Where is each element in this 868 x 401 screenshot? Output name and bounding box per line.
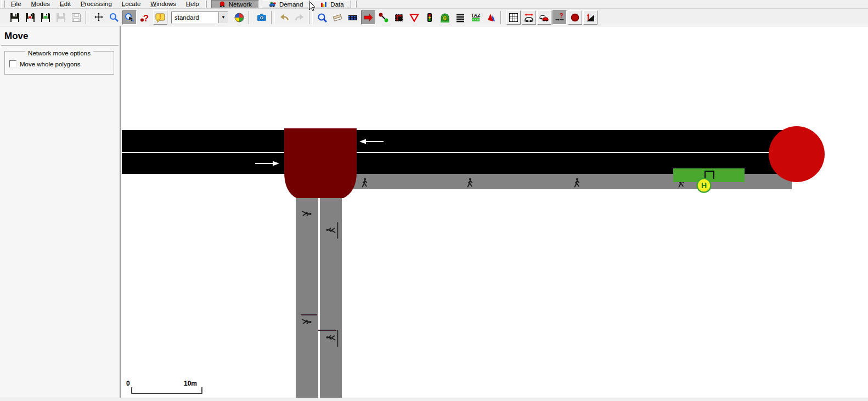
merge-junctions-toggle[interactable]	[553, 10, 567, 25]
shape-icon	[486, 12, 497, 23]
save-config-button[interactable]	[8, 10, 22, 25]
move-whole-polygons-checkbox[interactable]	[9, 60, 16, 67]
twocars-icon	[539, 12, 550, 23]
tab-demand[interactable]: Demand	[262, 0, 310, 8]
save-additionals-button[interactable]	[38, 10, 53, 25]
svg-text:10m: 10m	[184, 380, 197, 387]
message-window-toggle[interactable]	[153, 10, 167, 25]
redo-button[interactable]	[292, 10, 307, 25]
undo-button[interactable]	[277, 10, 291, 25]
frame-title: Move	[0, 26, 120, 45]
select-mode-button[interactable]	[392, 10, 406, 25]
toolbar-separator	[500, 11, 504, 24]
toolbar-grip[interactable]	[355, 1, 357, 8]
combo-value: standard	[172, 14, 218, 21]
move-whole-polygons-row[interactable]: Move whole polygons	[9, 60, 109, 67]
tab-label: Data	[330, 1, 343, 8]
chevron-down-icon[interactable]: ▼	[218, 12, 228, 23]
move-frame-sidebar: Move Network move options Move whole pol…	[0, 26, 121, 398]
screenshot-button[interactable]	[255, 10, 269, 25]
floppy-dis2-icon	[71, 12, 82, 23]
network-canvas[interactable]: H 0 10m	[122, 26, 868, 398]
menu-modes[interactable]: Modes	[26, 0, 55, 8]
camera-icon	[256, 12, 267, 23]
crossing-mode-button[interactable]	[453, 10, 467, 25]
menu-processing[interactable]: Processing	[76, 0, 117, 8]
delete-mode-button[interactable]	[330, 10, 345, 25]
create-edge-mode-button[interactable]	[346, 10, 360, 25]
junction-bubbles-toggle[interactable]	[568, 10, 582, 25]
chain-edges-toggle[interactable]	[522, 10, 536, 25]
redarrow-icon	[363, 12, 374, 23]
svg-text:0: 0	[126, 380, 130, 387]
network-tab-icon	[218, 1, 226, 8]
inspect-mode-button[interactable]	[315, 10, 329, 25]
color-scheme-select[interactable]: standard▼	[171, 12, 228, 24]
mouse-cursor	[309, 1, 316, 11]
tab-data[interactable]: Data	[313, 0, 351, 8]
toolbar-separator	[309, 11, 313, 24]
lane-divider-line	[122, 152, 792, 153]
helpq-icon	[139, 12, 150, 23]
demand-tab-icon	[269, 1, 277, 8]
toolbar-separator	[249, 11, 252, 24]
save-data-elements-button[interactable]	[69, 10, 83, 25]
connection-icon	[378, 12, 389, 23]
tab-label: Demand	[279, 1, 303, 8]
menu-help[interactable]: Help	[181, 0, 204, 8]
menu-file[interactable]: File	[6, 0, 26, 8]
scale-bar: 0 10m	[126, 380, 202, 393]
tab-network[interactable]: Network	[211, 0, 259, 8]
svg-text:H: H	[701, 181, 707, 190]
toolbar-separator	[271, 11, 275, 24]
bus-stop-symbol[interactable]: H	[697, 179, 711, 193]
zoom-style-toggle[interactable]	[122, 10, 137, 25]
checkbox-label: Move whole polygons	[20, 61, 81, 67]
redo-icon	[294, 12, 305, 23]
menu-items: FileModesEditProcessingLocateWindowsHelp	[6, 0, 204, 8]
menu-edit[interactable]: Edit	[55, 0, 76, 8]
eraser-icon	[332, 12, 343, 23]
busstop-icon	[439, 12, 450, 23]
traffic-light-mode-button[interactable]	[422, 10, 437, 25]
taz-mode-button[interactable]	[469, 10, 483, 25]
groupbox-label: Network move options	[25, 50, 93, 57]
junction-polygon[interactable]	[284, 128, 357, 198]
edit-color-schemes-button[interactable]	[232, 10, 246, 25]
move-mode-button[interactable]	[361, 10, 375, 25]
undo-icon	[279, 12, 290, 23]
save-network-button[interactable]	[23, 10, 37, 25]
toolbar-grip[interactable]	[1, 1, 5, 8]
recenter-view-button[interactable]	[92, 10, 106, 25]
lane-divider-line	[318, 198, 320, 398]
trafficlight-icon	[424, 12, 435, 23]
supermode-tabs: NetworkDemandData	[211, 0, 354, 8]
magnifier-icon	[109, 12, 120, 23]
bubble-icon	[570, 12, 580, 23]
menu-locate[interactable]: Locate	[117, 0, 146, 8]
toolbar-grip[interactable]	[205, 1, 207, 8]
grid-toggle[interactable]	[506, 10, 521, 25]
junction-bubble[interactable]	[769, 126, 825, 182]
taz-icon	[470, 12, 481, 23]
additional-mode-button[interactable]	[438, 10, 452, 25]
edit-viewport-button[interactable]	[107, 10, 121, 25]
save-demand-elements-button[interactable]	[54, 10, 68, 25]
data-tab-icon	[320, 1, 328, 8]
opposite-edges-toggle[interactable]	[537, 10, 551, 25]
movecross-icon	[93, 12, 104, 23]
shape-mode-button[interactable]	[484, 10, 498, 25]
floppy-dis-icon	[55, 12, 66, 23]
toolbar: standard▼	[0, 9, 868, 26]
toolbar-separator	[86, 11, 89, 24]
network-view[interactable]: H 0 10m	[122, 26, 868, 398]
elevation-icon	[585, 12, 596, 23]
help-button[interactable]	[138, 10, 152, 25]
floppy-red-icon	[25, 12, 36, 23]
network-move-options-group: Network move options Move whole polygons	[4, 51, 114, 75]
elevation-toggle[interactable]	[583, 10, 598, 25]
prohibition-mode-button[interactable]	[407, 10, 421, 25]
connection-mode-button[interactable]	[376, 10, 391, 25]
menu-windows[interactable]: Windows	[145, 0, 181, 8]
divider	[1, 45, 119, 46]
